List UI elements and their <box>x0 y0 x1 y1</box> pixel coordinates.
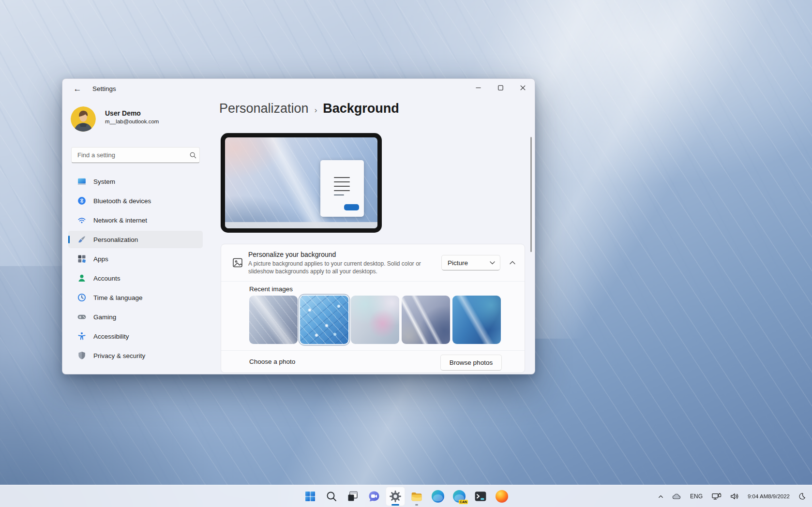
page-title: Background <box>323 101 399 116</box>
sidebar-item-system[interactable]: System <box>68 173 203 190</box>
gaming-icon <box>77 312 87 322</box>
teams-chat-button[interactable] <box>364 487 384 506</box>
preview-accent-button <box>344 204 359 210</box>
personalize-background-row[interactable]: Personalize your background A picture ba… <box>221 244 525 281</box>
breadcrumb-separator-icon: › <box>315 105 317 115</box>
window-controls <box>467 79 534 96</box>
sidebar-item-personalization[interactable]: Personalization <box>68 231 203 248</box>
choose-photo-row: Choose a photo Browse photos <box>221 350 525 373</box>
recent-images-label: Recent images <box>249 285 293 293</box>
settings-taskbar-button[interactable] <box>386 487 405 506</box>
sidebar-item-label: Bluetooth & devices <box>93 197 151 205</box>
sidebar-item-gaming[interactable]: Gaming <box>68 308 203 326</box>
sidebar-item-label: Accounts <box>93 275 120 282</box>
collapse-section-button[interactable] <box>504 255 521 270</box>
task-view-button[interactable] <box>343 487 362 506</box>
window-scrollbar[interactable] <box>530 137 532 252</box>
settings-gear-icon <box>389 490 402 503</box>
sidebar-item-bluetooth-devices[interactable]: Bluetooth & devices <box>68 192 203 209</box>
browse-photos-button[interactable]: Browse photos <box>440 355 502 371</box>
close-button[interactable] <box>511 79 534 96</box>
sidebar-item-label: Network & internet <box>93 217 147 224</box>
avatar[interactable] <box>71 106 96 132</box>
personalize-background-description: A picture background applies to your cur… <box>248 260 421 275</box>
breadcrumb: Personalization › Background <box>219 101 399 116</box>
edge-icon <box>432 490 444 503</box>
minimize-icon <box>476 85 481 90</box>
start-button[interactable] <box>301 487 320 506</box>
terminal-button[interactable] <box>471 487 490 506</box>
recent-image-thumbnail-3[interactable] <box>351 296 399 344</box>
recent-image-thumbnail-5[interactable] <box>452 296 501 344</box>
sidebar-nav: System Bluetooth & devices Network & int… <box>68 173 203 366</box>
personalize-background-title: Personalize your background <box>248 251 336 258</box>
speaker-icon <box>730 492 739 501</box>
choose-photo-label: Choose a photo <box>249 358 295 365</box>
system-icon <box>77 177 87 186</box>
background-preview-monitor <box>221 133 382 233</box>
terminal-icon <box>474 490 487 503</box>
preview-text-line <box>334 177 350 178</box>
preview-dialog-card <box>320 160 364 217</box>
accounts-icon <box>77 273 87 283</box>
cloud-icon <box>672 492 681 500</box>
taskbar-search-button[interactable] <box>322 487 341 506</box>
system-tray: ENG 9:04 AM 8/9/2022 <box>655 485 808 507</box>
sidebar-item-privacy-security[interactable]: Privacy & security <box>68 347 203 364</box>
hidden-icons-button[interactable] <box>655 488 666 505</box>
file-explorer-button[interactable] <box>407 487 426 506</box>
active-app-indicator <box>391 504 399 506</box>
background-type-value: Picture <box>448 259 468 267</box>
canary-badge: CAN <box>459 500 468 504</box>
preview-taskbar <box>225 222 377 228</box>
sidebar-item-accessibility[interactable]: Accessibility <box>68 328 203 345</box>
breadcrumb-parent[interactable]: Personalization <box>219 101 309 116</box>
taskbar-center-icons: CAN <box>301 487 511 506</box>
network-icon <box>77 215 87 225</box>
preview-text-line <box>334 186 350 187</box>
sidebar-item-accounts[interactable]: Accounts <box>68 269 203 287</box>
moon-icon <box>798 492 806 500</box>
maximize-icon <box>498 85 503 90</box>
sidebar-item-apps[interactable]: Apps <box>68 250 203 268</box>
sidebar-item-time-language[interactable]: Time & language <box>68 289 203 306</box>
accessibility-icon <box>77 331 87 341</box>
bluetooth-icon <box>77 196 87 206</box>
sidebar-item-label: Personalization <box>93 236 138 243</box>
onedrive-button[interactable] <box>669 488 684 505</box>
close-icon <box>520 85 526 90</box>
background-type-dropdown[interactable]: Picture <box>441 255 500 270</box>
profile-email: m__lab@outlook.com <box>105 119 159 124</box>
recent-image-thumbnail-1[interactable] <box>249 296 298 344</box>
search-box[interactable] <box>71 147 200 163</box>
sidebar-item-label: Apps <box>93 255 108 263</box>
sidebar-item-label: Accessibility <box>93 333 129 340</box>
tray-time: 9:04 AM <box>748 493 768 500</box>
edge-canary-button[interactable]: CAN <box>450 487 469 506</box>
minimize-button[interactable] <box>467 79 489 96</box>
recent-images-section: Recent images <box>221 281 525 350</box>
maximize-button[interactable] <box>489 79 511 96</box>
firefox-button[interactable] <box>492 487 511 506</box>
clock-date-display[interactable]: 9:04 AM 8/9/2022 <box>745 488 793 505</box>
search-icon <box>187 152 199 159</box>
volume-button[interactable] <box>727 488 742 505</box>
sidebar-item-network-internet[interactable]: Network & internet <box>68 211 203 229</box>
night-light-button[interactable] <box>796 488 808 505</box>
picture-icon <box>232 257 243 268</box>
back-button[interactable]: ← <box>69 82 86 96</box>
edge-button[interactable] <box>428 487 448 506</box>
recent-images-list <box>249 296 501 344</box>
recent-image-thumbnail-2[interactable] <box>300 296 348 344</box>
language-indicator[interactable]: ENG <box>687 488 706 505</box>
firefox-icon <box>496 490 508 503</box>
search-input[interactable] <box>72 151 187 159</box>
recent-image-thumbnail-4[interactable] <box>402 296 450 344</box>
privacy-icon <box>77 351 87 360</box>
avatar-image <box>71 106 96 132</box>
chevron-down-icon <box>490 261 495 265</box>
background-preview-wallpaper <box>225 137 377 228</box>
task-view-icon <box>347 491 359 502</box>
settings-window: ← Settings User Demo m__lab@ <box>62 78 535 374</box>
network-tray-button[interactable] <box>709 488 724 505</box>
